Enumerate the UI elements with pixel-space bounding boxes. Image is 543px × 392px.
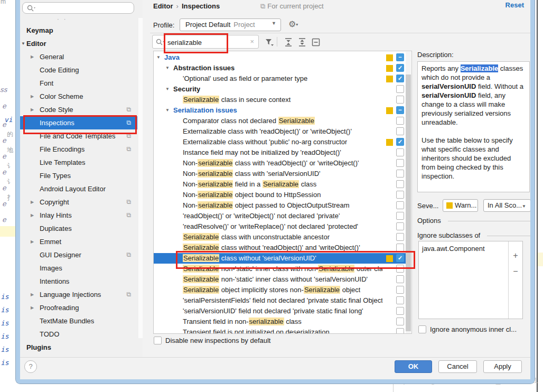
sidebar-item-color-scheme[interactable]: ▶Color Scheme — [20, 90, 137, 103]
inspection-checkbox[interactable]: ✓ — [396, 138, 404, 146]
inspection-checkbox[interactable] — [396, 275, 404, 283]
sidebar-item-duplicates[interactable]: Duplicates — [20, 222, 137, 235]
tree-row-comparator-class-not-declared-serializab[interactable]: Comparator class not declared Serializab… — [154, 116, 406, 126]
sidebar-item-proofreading[interactable]: ▶Proofreading — [20, 301, 137, 314]
list-item[interactable]: java.awt.Component — [422, 245, 485, 253]
expand-all-icon[interactable] — [283, 37, 294, 48]
add-class-button[interactable]: + — [509, 250, 522, 262]
sidebar-item-images[interactable]: Images — [20, 262, 137, 275]
sidebar-item-font[interactable]: Font — [20, 77, 137, 90]
inspections-search-input[interactable] — [166, 36, 237, 48]
chevron-down-icon[interactable]: ▼ — [165, 63, 170, 73]
tree-row-serializable-non-static-inner-class-with[interactable]: Serializable non-'static' inner class wi… — [154, 264, 406, 274]
sidebar-item-editor[interactable]: ▼Editor — [20, 37, 137, 50]
chevron-down-icon[interactable]: ▼ — [21, 37, 25, 50]
minus-box-icon[interactable] — [311, 37, 321, 48]
clear-search-icon[interactable]: × — [250, 38, 254, 45]
inspection-checkbox[interactable]: ✓ — [396, 64, 404, 72]
sidebar-item-keymap[interactable]: Keymap — [20, 24, 137, 37]
tree-row-serialpersistentfields-field-not-declare[interactable]: 'serialPersistentFields' field not decla… — [154, 295, 406, 306]
inspection-checkbox[interactable] — [396, 212, 404, 220]
inspection-checkbox[interactable] — [396, 307, 404, 315]
help-button[interactable]: ? — [24, 360, 37, 373]
sidebar-scrollbar[interactable] — [138, 18, 143, 338]
inspection-checkbox[interactable] — [396, 201, 404, 209]
tree-scrollbar-thumb[interactable] — [406, 74, 411, 331]
inspection-checkbox[interactable] — [396, 127, 404, 135]
tree-row-readobject-or-writeobject-not-declared-p[interactable]: 'readObject()' or 'writeObject()' not de… — [154, 211, 406, 221]
ignore-subclasses-list[interactable]: java.awt.Component + − — [418, 241, 523, 319]
inspection-checkbox[interactable] — [396, 159, 404, 167]
chevron-right-icon[interactable]: ▶ — [31, 235, 34, 248]
settings-search-box[interactable] — [22, 2, 134, 14]
inspection-checkbox[interactable] — [396, 148, 404, 156]
inspection-checkbox[interactable] — [396, 180, 404, 188]
tree-row-non-serializable-class-with-serialversio[interactable]: Non-serializable class with 'serialVersi… — [154, 169, 406, 179]
tree-row-serializable-object-implicitly-stores-no[interactable]: Serializable object implicitly stores no… — [154, 285, 406, 295]
inspection-checkbox[interactable] — [396, 222, 404, 230]
reset-link[interactable]: Reset — [505, 1, 524, 9]
tree-row-serialversionuid-field-not-declared-priv[interactable]: 'serialVersionUID' field not declared 'p… — [154, 306, 406, 316]
inspection-checkbox[interactable]: ✓ — [396, 254, 404, 262]
settings-search-input[interactable] — [39, 3, 130, 14]
tree-row-non-serializable-object-passed-to-object[interactable]: Non-serializable object passed to Object… — [154, 200, 406, 211]
inspection-checkbox[interactable] — [396, 296, 404, 304]
tree-row-serializable-class-with-unconstructable-[interactable]: Serializable class with unconstructable … — [154, 232, 406, 242]
tree-row-abstraction-issues[interactable]: ▼Abstraction issues✓ — [154, 63, 406, 73]
tree-row-optional-used-as-field-or-parameter-type[interactable]: 'Optional' used as field or parameter ty… — [154, 73, 406, 84]
inspection-checkbox[interactable] — [396, 244, 404, 251]
disable-new-inspections-checkbox[interactable] — [154, 337, 162, 344]
tree-row-serializable-non-static-inner-class-with[interactable]: Serializable non-'static' inner class wi… — [154, 274, 406, 285]
sidebar-item-todo[interactable]: TODO — [20, 328, 137, 341]
gear-icon[interactable]: ⚙▾ — [288, 19, 298, 29]
sidebar-item-android-layout-editor[interactable]: Android Layout Editor — [20, 182, 137, 195]
sidebar-item-live-templates[interactable]: Live Templates — [20, 156, 137, 169]
sidebar-item-inlay-hints[interactable]: ▶Inlay Hints⧉ — [20, 209, 137, 222]
tree-row-non-serializable-class-with-readobject-o[interactable]: Non-serializable class with 'readObject(… — [154, 158, 406, 169]
sidebar-item-language-injections[interactable]: ▶Language Injections⧉ — [20, 288, 137, 301]
breadcrumb-editor[interactable]: Editor — [153, 2, 173, 10]
inspection-checkbox[interactable] — [396, 85, 404, 93]
chevron-right-icon[interactable]: ▶ — [31, 103, 34, 116]
chevron-right-icon[interactable]: ▶ — [31, 50, 34, 63]
tree-row-instance-field-may-not-be-initialized-by[interactable]: Instance field may not be initialized by… — [154, 147, 406, 158]
chevron-down-icon[interactable]: ▼ — [156, 52, 161, 63]
inspection-checkbox[interactable] — [396, 233, 404, 241]
inspection-checkbox[interactable]: − — [396, 106, 404, 114]
inspection-checkbox[interactable] — [396, 286, 404, 294]
tree-row-serialization-issues[interactable]: ▼Serialization issues− — [154, 105, 406, 116]
profile-dropdown[interactable]: Project DefaultProject ▼ — [180, 18, 281, 31]
tree-row-externalizable-class-with-readobject-or-[interactable]: Externalizable class with 'readObject()'… — [154, 126, 406, 137]
sidebar-item-intentions[interactable]: Intentions — [20, 275, 137, 288]
sidebar-item-textmate-bundles[interactable]: TextMate Bundles — [20, 314, 137, 328]
cancel-button[interactable]: Cancel — [438, 360, 477, 373]
inspection-checkbox[interactable] — [396, 265, 404, 273]
inspection-checkbox[interactable] — [396, 191, 404, 199]
chevron-down-icon[interactable]: ▼ — [165, 105, 170, 116]
inspection-checkbox[interactable] — [396, 328, 404, 334]
ignore-anonymous-checkbox[interactable] — [418, 325, 426, 333]
tree-row-serializable-class-in-secure-context[interactable]: Serializable class in secure context — [154, 95, 406, 105]
ok-button[interactable]: OK — [395, 360, 432, 373]
remove-class-button[interactable]: − — [509, 266, 522, 277]
tree-row-externalizable-class-without-public-no-a[interactable]: Externalizable class without 'public' no… — [154, 137, 406, 147]
chevron-right-icon[interactable]: ▶ — [31, 301, 34, 314]
tree-row-serializable-class-without-serialversion[interactable]: Serializable class without 'serialVersio… — [154, 253, 406, 264]
sidebar-item-inspections[interactable]: Inspections⧉ — [20, 116, 137, 129]
inspections-search-field[interactable]: × — [152, 35, 259, 49]
sidebar-item-file-types[interactable]: File Types — [20, 169, 137, 182]
inspection-checkbox[interactable] — [396, 96, 404, 104]
sidebar-item-code-editing[interactable]: Code Editing — [20, 63, 137, 77]
sidebar-item-gui-designer[interactable]: GUI Designer⧉ — [20, 248, 137, 262]
tree-row-security[interactable]: ▼Security — [154, 84, 406, 95]
chevron-right-icon[interactable]: ▶ — [31, 288, 34, 301]
inspection-checkbox[interactable] — [396, 117, 404, 125]
inspection-checkbox[interactable] — [396, 318, 404, 325]
scope-dropdown[interactable]: In All Sco...▼ — [483, 199, 530, 212]
tree-row-readresolve-or-writereplace-not-declared[interactable]: 'readResolve()' or 'writeReplace()' not … — [154, 221, 406, 232]
apply-button[interactable]: Apply — [483, 360, 522, 373]
tree-row-transient-field-is-not-initialized-on-de[interactable]: Transient field is not initialized on de… — [154, 327, 406, 334]
inspection-checkbox[interactable] — [396, 170, 404, 178]
inspection-checkbox[interactable]: ✓ — [396, 74, 404, 82]
chevron-right-icon[interactable]: ▶ — [31, 209, 34, 222]
